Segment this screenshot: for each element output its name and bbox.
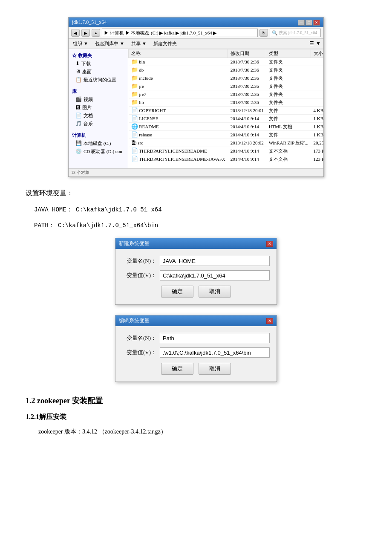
file-name: 📁 bin [129, 58, 228, 66]
zookeeper-section: 1.2 zookeeper 安装配置 1.2.1解压安装 zookeeper 版… [26, 396, 366, 438]
file-type: 文本文档 [266, 155, 311, 163]
file-icon: 📄 [131, 115, 138, 121]
file-size [311, 82, 323, 90]
table-row[interactable]: 📁 lib 2018/7/30 2:36 文件夹 [129, 98, 324, 107]
explorer-toolbar: 组织 ▼ 包含到库中 ▼ 共享 ▼ 新建文件夹 ☰ ▼ [69, 39, 323, 49]
include-library-btn[interactable]: 包含到库中 ▼ [93, 40, 126, 48]
dialog1-title: 新建系统变量 [119, 240, 150, 247]
toolbar-right: ☰ ▼ [309, 40, 321, 47]
table-row[interactable]: 📁 include 2018/7/30 2:36 文件夹 [129, 74, 324, 82]
dialog2-ok-btn[interactable]: 确定 [161, 363, 193, 375]
maximize-btn[interactable]: □ [306, 20, 312, 26]
folder-icon: 📁 [131, 99, 138, 105]
file-name: 📄 release [129, 131, 228, 139]
dialog1-ok-btn[interactable]: 确定 [161, 286, 193, 298]
sidebar-item-download[interactable]: ⬇ 下载 [69, 60, 128, 68]
col-size[interactable]: 大小 [311, 49, 323, 58]
table-row[interactable]: 📁 jre 2018/7/30 2:36 文件夹 [129, 82, 324, 90]
sidebar-item-video[interactable]: 🎬 视频 [69, 95, 128, 104]
minimize-btn[interactable]: ─ [298, 20, 305, 26]
table-row[interactable]: 📁 jre7 2018/7/30 2:36 文件夹 [129, 90, 324, 98]
file-type: 文本文档 [266, 147, 311, 155]
refresh-btn[interactable]: ↻ [259, 29, 268, 37]
sidebar-item-local-disk[interactable]: 💾 本地磁盘 (C:) [69, 139, 128, 147]
disk-icon: 💾 [75, 140, 82, 147]
table-row[interactable]: 📄 THIRDPARTYLICENSEREADME-JAVAFX 2014/4/… [129, 155, 324, 163]
video-icon: 🎬 [75, 96, 82, 103]
favorites-section: ☆ 收藏夹 [69, 52, 128, 60]
up-btn[interactable]: ▲ [92, 29, 100, 37]
dialog2-title: 编辑系统变量 [119, 317, 150, 324]
search-placeholder: 搜索 jdk1.7.0_51_x64 [279, 30, 317, 36]
file-size: 4 KB [311, 107, 323, 115]
dialog2-buttons: 确定 取消 [122, 363, 270, 375]
dialog2-name-input[interactable] [160, 333, 270, 343]
path-value: C:\kafka\jdk1.7.0_51_x64\bin [58, 222, 158, 229]
table-row[interactable]: 🗜 src 2013/12/18 20:02 WinRAR ZIP 压缩... … [129, 139, 324, 147]
sidebar-item-pictures[interactable]: 🖼 图片 [69, 104, 128, 112]
dialog1-cancel-btn[interactable]: 取消 [199, 286, 231, 298]
dialog2-name-field: 变量名(N)： [122, 333, 270, 343]
file-date: 2018/7/30 2:36 [228, 82, 266, 90]
library-section: 库 [69, 87, 128, 95]
forward-btn[interactable]: ▶ [81, 29, 90, 37]
file-date: 2014/4/10 9:14 [228, 147, 266, 155]
path-line: PATH： C:\kafka\jdk1.7.0_51_x64\bin [34, 220, 366, 231]
sidebar-item-desktop[interactable]: 🖥 桌面 [69, 68, 128, 76]
col-type[interactable]: 类型 [266, 49, 311, 58]
dialog2-value-input[interactable] [160, 347, 270, 358]
dialog2-titlebar: 编辑系统变量 ✕ [115, 315, 277, 326]
recent-icon: 📋 [75, 77, 82, 83]
table-row[interactable]: 📄 COPYRIGHT 2013/12/18 20:01 文件 4 KB [129, 107, 324, 115]
file-name: 📁 include [129, 74, 228, 82]
dialog1-name-label: 变量名(N)： [122, 257, 156, 265]
file-name: 🗜 src [129, 139, 228, 147]
file-type: 文件 [266, 107, 311, 115]
download-icon: ⬇ [75, 61, 80, 67]
dialog2-value-label: 变量值(V)： [122, 349, 156, 356]
view-icon[interactable]: ☰ [309, 40, 314, 47]
dialog1-close-btn[interactable]: ✕ [266, 241, 273, 247]
explorer-statusbar: 13 个对象 [69, 168, 323, 176]
close-btn[interactable]: ✕ [313, 20, 320, 26]
sidebar-item-label: 本地磁盘 (C:) [84, 140, 111, 147]
sidebar-item-music[interactable]: 🎵 音乐 [69, 120, 128, 128]
back-btn[interactable]: ◀ [71, 29, 80, 37]
dialog2-cancel-btn[interactable]: 取消 [199, 363, 231, 375]
sidebar-item-docs[interactable]: 📄 文档 [69, 112, 128, 120]
file-size [311, 74, 323, 82]
file-type: 文件夹 [266, 98, 311, 107]
search-box[interactable]: 🔍 搜索 jdk1.7.0_51_x64 [270, 29, 321, 37]
dialog1-value-input[interactable] [160, 270, 270, 280]
file-date: 2018/7/30 2:36 [228, 90, 266, 98]
explorer-titlebar: jdk1.7.0_51_x64 ─ □ ✕ [69, 17, 323, 27]
file-date: 2013/12/18 20:01 [228, 107, 266, 115]
file-date: 2014/4/10 9:14 [228, 131, 266, 139]
table-row[interactable]: 📄 LICENSE 2014/4/10 9:14 文件 1 KB [129, 115, 324, 123]
explorer-addressbar: ◀ ▶ ▲ ▶ 计算机 ▶ 本地磁盘 (C:) ▶ kafka ▶ jdk1.7… [69, 27, 323, 39]
table-row[interactable]: 📁 bin 2018/7/30 2:36 文件夹 [129, 58, 324, 66]
col-date[interactable]: 修改日期 [228, 49, 266, 58]
address-path[interactable]: ▶ 计算机 ▶ 本地磁盘 (C:) ▶ kafka ▶ jdk1.7.0_51_… [102, 29, 258, 37]
dialog1-name-input[interactable] [160, 256, 270, 266]
dialog2-close-btn[interactable]: ✕ [266, 318, 273, 324]
view-toggle[interactable]: ▼ [316, 40, 321, 47]
file-name: 📄 THIRDPARTYLICENSEREADME-JAVAFX [129, 155, 228, 163]
table-row[interactable]: 📁 db 2018/7/30 2:36 文件夹 [129, 66, 324, 74]
file-type: WinRAR ZIP 压缩... [266, 139, 311, 147]
new-folder-btn[interactable]: 新建文件夹 [152, 40, 179, 48]
sidebar-item-recent[interactable]: 📋 最近访问的位置 [69, 76, 128, 84]
table-row[interactable]: 🌐 README 2014/4/10 9:14 HTML 文档 1 KB [129, 123, 324, 131]
col-name[interactable]: 名称 [129, 49, 228, 58]
sidebar-item-cd-drive[interactable]: 💿 CD 驱动器 (D:) con [69, 147, 128, 156]
sidebar-item-label: 下载 [81, 61, 91, 67]
sidebar-item-label: 音乐 [84, 121, 93, 127]
env-setup-label: 设置环境变量： [26, 187, 366, 199]
desktop-icon: 🖥 [75, 69, 81, 75]
organize-btn[interactable]: 组织 ▼ [71, 40, 90, 48]
table-row[interactable]: 📄 THIRDPARTYLICENSEREADME 2014/4/10 9:14… [129, 147, 324, 155]
file-type: 文件夹 [266, 74, 311, 82]
share-btn[interactable]: 共享 ▼ [130, 40, 148, 48]
explorer-title: jdk1.7.0_51_x64 [72, 19, 107, 26]
table-row[interactable]: 📄 release 2014/4/10 9:14 文件 1 KB [129, 131, 324, 139]
